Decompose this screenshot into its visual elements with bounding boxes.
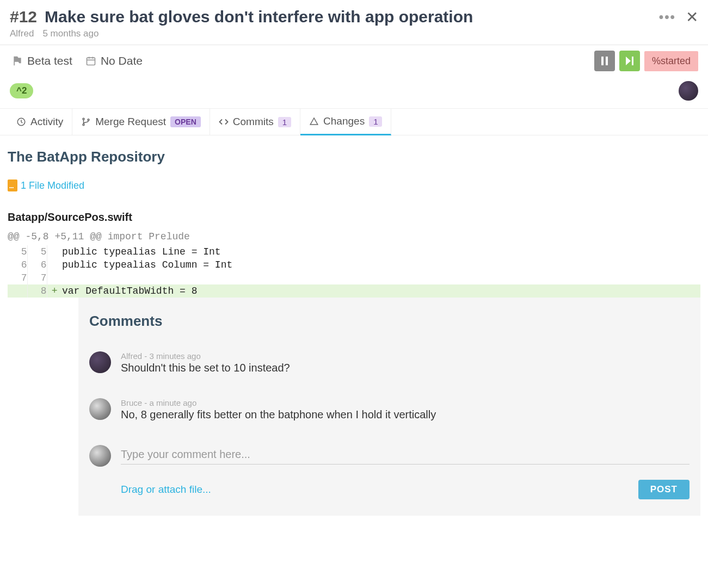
comment-author: Bruce	[121, 398, 142, 407]
comment-text: Shouldn't this be set to 10 instead?	[121, 362, 689, 374]
branch-icon	[81, 117, 91, 127]
svg-rect-5	[606, 57, 608, 65]
tab-changes[interactable]: Changes 1	[300, 109, 391, 135]
milestone-label: Beta test	[27, 54, 72, 67]
new-line-num: 5	[27, 245, 47, 258]
flag-icon	[12, 55, 23, 67]
commits-count: 1	[278, 117, 291, 127]
issue-age: 5 months ago	[42, 28, 98, 39]
current-user-avatar[interactable]	[89, 445, 111, 467]
tabs: Activity Merge Request OPEN Commits 1 Ch…	[0, 108, 708, 135]
diff-sign	[47, 245, 62, 258]
next-icon	[625, 57, 634, 65]
status-badge[interactable]: %started	[644, 51, 698, 71]
tab-activity[interactable]: Activity	[8, 109, 72, 135]
issue-title: Make sure bat gloves don't interfere wit…	[45, 8, 473, 26]
tab-commits-label: Commits	[233, 116, 274, 128]
diff-sign	[47, 258, 62, 271]
comment-text: No, 8 generally fits better on the batph…	[121, 408, 689, 421]
avatar[interactable]	[89, 351, 111, 373]
svg-rect-7	[632, 57, 633, 65]
diff-line: 5 5 public typealias Line = Int	[8, 245, 700, 258]
svg-point-11	[88, 119, 89, 121]
files-modified-label: 1 File Modified	[21, 180, 84, 191]
issue-author: Alfred	[10, 28, 34, 39]
diff-code: var DefaultTabWidth = 8	[62, 284, 700, 298]
points-badge[interactable]: ^2	[10, 83, 33, 98]
new-line-num: 6	[27, 258, 47, 271]
diff-line: 6 6 public typealias Column = Int	[8, 258, 700, 271]
diff-sign: +	[47, 284, 62, 298]
diff-code: public typealias Column = Int	[62, 258, 700, 271]
svg-rect-4	[601, 57, 604, 65]
mr-open-badge: OPEN	[170, 116, 201, 127]
svg-point-9	[83, 118, 84, 120]
svg-marker-6	[626, 57, 631, 65]
pause-icon	[601, 57, 608, 65]
clock-icon	[16, 117, 26, 127]
assignee-avatar[interactable]	[679, 81, 698, 101]
old-line-num	[8, 284, 27, 298]
diff-code: public typealias Line = Int	[62, 245, 700, 258]
more-icon[interactable]: •••	[659, 9, 676, 24]
comment-meta: Bruce - a minute ago	[121, 398, 689, 407]
diff-table: 5 5 public typealias Line = Int 6 6 publ…	[8, 245, 700, 298]
old-line-num: 6	[8, 258, 27, 271]
tab-merge-request[interactable]: Merge Request OPEN	[72, 109, 210, 135]
due-date-chip[interactable]: No Date	[85, 54, 143, 67]
comment-author: Alfred	[121, 351, 142, 361]
due-date-label: No Date	[101, 54, 143, 67]
milestone-chip[interactable]: Beta test	[12, 54, 72, 67]
pause-button[interactable]	[594, 51, 615, 71]
code-icon	[219, 117, 229, 127]
repo-title: The BatApp Repository	[8, 148, 700, 165]
tab-mr-label: Merge Request	[95, 116, 166, 128]
old-line-num: 5	[8, 245, 27, 258]
tab-activity-label: Activity	[30, 116, 63, 128]
comment-time: a minute ago	[150, 398, 197, 407]
comments-heading: Comments	[89, 313, 689, 330]
avatar[interactable]	[89, 398, 111, 420]
delta-icon	[309, 116, 319, 126]
comments-section: Comments Alfred - 3 minutes ago Shouldn'…	[78, 298, 700, 516]
comment-item: Alfred - 3 minutes ago Shouldn't this be…	[89, 351, 689, 374]
new-line-num: 7	[27, 271, 47, 284]
diff-code	[62, 271, 700, 284]
comment-input[interactable]	[121, 445, 689, 465]
new-line-num: 8	[27, 284, 47, 298]
diff-sign	[47, 271, 62, 284]
comment-meta: Alfred - 3 minutes ago	[121, 351, 689, 361]
diff-hunk-header: @@ -5,8 +5,11 @@ import Prelude	[8, 228, 700, 245]
calendar-icon	[85, 55, 96, 67]
comment-time: 3 minutes ago	[150, 351, 201, 361]
tab-changes-label: Changes	[323, 115, 365, 127]
tab-commits[interactable]: Commits 1	[210, 109, 300, 135]
comment-item: Bruce - a minute ago No, 8 generally fit…	[89, 398, 689, 421]
file-icon	[8, 180, 17, 191]
diff-line: 7 7	[8, 271, 700, 284]
file-path: Batapp/SourcePos.swift	[8, 211, 700, 224]
svg-rect-0	[87, 58, 95, 65]
svg-point-10	[83, 124, 84, 126]
diff-line-added: 8 + var DefaultTabWidth = 8	[8, 284, 700, 298]
old-line-num: 7	[8, 271, 27, 284]
post-button[interactable]: POST	[638, 480, 689, 499]
advance-button[interactable]	[619, 51, 640, 71]
changes-count: 1	[369, 116, 382, 127]
close-icon[interactable]: ✕	[686, 8, 698, 26]
attach-file-link[interactable]: Drag or attach file...	[121, 484, 211, 496]
files-modified-link[interactable]: 1 File Modified	[8, 180, 700, 191]
issue-number: #12	[10, 8, 37, 26]
